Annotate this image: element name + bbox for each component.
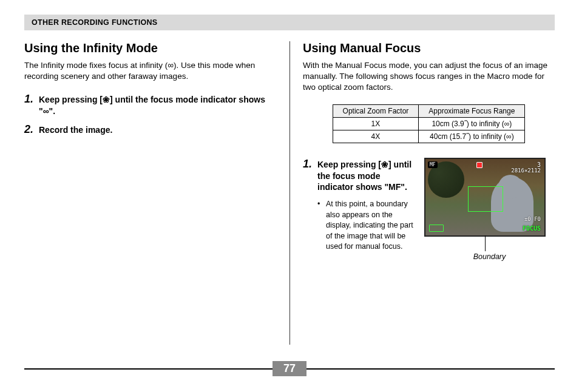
right-intro: With the Manual Focus mode, you can adju… <box>303 60 555 93</box>
resolution-label: 2816×2112 <box>511 167 541 174</box>
section-header-text: OTHER RECORDING FUNCTIONS <box>32 18 158 27</box>
step-number: 2. <box>24 123 39 136</box>
step-number: 1. <box>303 158 317 171</box>
table-header: Optical Zoom Factor <box>333 104 419 117</box>
section-header: OTHER RECORDING FUNCTIONS <box>24 15 555 30</box>
focus-boundary-box <box>468 186 503 212</box>
left-intro: The Infinity mode fixes focus at infinit… <box>24 60 276 82</box>
boundary-caption: Boundary <box>424 252 555 261</box>
lcd-display-illustration: MF 3 2816×2112 ±0 F0 FOCUS <box>424 158 546 237</box>
right-title: Using Manual Focus <box>303 41 555 55</box>
flower-icon: ❀ <box>381 160 388 169</box>
left-column: Using the Infinity Mode The Infinity mod… <box>24 36 290 261</box>
callout-line <box>485 235 486 251</box>
left-title: Using the Infinity Mode <box>24 41 276 55</box>
column-separator <box>290 41 290 345</box>
left-step-2: 2. Record the image. <box>24 123 276 136</box>
footer-rule <box>24 368 273 370</box>
ev-readout: ±0 F0 <box>524 216 541 222</box>
table-row: 4X 40cm (15.7˝) to infinity (∞) <box>333 130 525 143</box>
step-text: Keep pressing [❀] until the focus mode i… <box>39 93 276 117</box>
bullet-dot: • <box>317 199 326 252</box>
table-row: 1X 10cm (3.9˝) to infinity (∞) <box>333 117 525 130</box>
flower-icon: ❀ <box>103 95 110 104</box>
footer-rule <box>306 368 555 370</box>
battery-icon <box>429 225 444 232</box>
record-icon <box>476 162 482 168</box>
mf-indicator: MF <box>428 161 438 168</box>
step-bullet: • At this point, a boundary also appears… <box>317 199 418 252</box>
right-step-1: 1. Keep pressing [❀] until the focus mod… <box>303 158 418 252</box>
left-step-1: 1. Keep pressing [❀] until the focus mod… <box>24 93 276 117</box>
step-number: 1. <box>24 93 39 106</box>
focus-range-table: Optical Zoom Factor Approximate Focus Ra… <box>333 104 526 143</box>
step-text: Record the image. <box>39 123 112 136</box>
step-text: Keep pressing [❀] until the focus mode i… <box>317 158 418 252</box>
page-footer: 77 <box>24 361 555 376</box>
table-header: Approximate Focus Range <box>419 104 525 117</box>
page-number: 77 <box>273 361 306 376</box>
right-column: Using Manual Focus With the Manual Focus… <box>290 36 555 261</box>
focus-label: FOCUS <box>523 225 541 232</box>
